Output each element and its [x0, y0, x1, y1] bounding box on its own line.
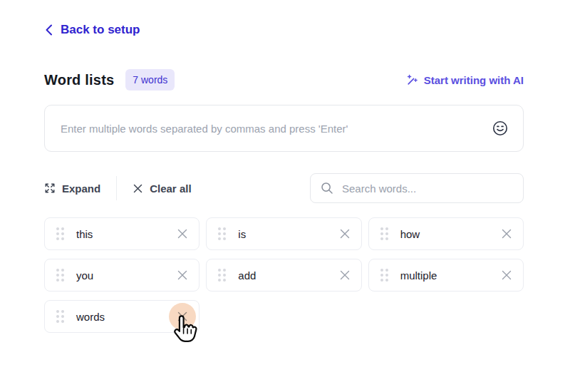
close-icon [338, 269, 351, 282]
remove-word-button[interactable] [170, 263, 195, 287]
smiley-icon [492, 120, 509, 137]
clear-all-label: Clear all [150, 182, 191, 195]
drag-handle-icon[interactable] [218, 227, 226, 240]
back-link-label: Back to setup [61, 23, 140, 37]
word-chip-label: how [400, 228, 420, 240]
word-chip[interactable]: you [44, 259, 200, 292]
close-icon [500, 227, 513, 240]
remove-word-button[interactable] [494, 222, 519, 246]
page-title: Word lists [44, 72, 114, 88]
drag-handle-icon[interactable] [380, 269, 388, 282]
remove-word-button[interactable] [170, 304, 195, 329]
word-chip-label: you [76, 269, 93, 282]
drag-handle-icon[interactable] [56, 310, 64, 323]
search-words-input[interactable] [310, 173, 524, 203]
remove-word-button[interactable] [494, 263, 519, 287]
expand-button[interactable]: Expand [44, 182, 100, 195]
close-icon [176, 269, 189, 282]
expand-arrows-icon [44, 182, 56, 194]
word-lists-page: Back to setup Word lists 7 words Start w… [0, 0, 570, 333]
word-chip-label: words [76, 311, 105, 323]
word-entry-container [44, 105, 524, 152]
drag-handle-icon[interactable] [218, 269, 226, 282]
close-icon [176, 310, 189, 323]
word-chip-label: is [238, 228, 246, 240]
word-chip[interactable]: words [44, 300, 200, 333]
ai-button-label: Start writing with AI [424, 74, 524, 86]
word-chip[interactable]: multiple [368, 259, 524, 292]
word-chip-label: add [238, 269, 256, 282]
emoji-picker-button[interactable] [491, 119, 509, 138]
drag-handle-icon[interactable] [56, 227, 64, 240]
back-to-setup-link[interactable]: Back to setup [44, 23, 140, 37]
remove-word-button[interactable] [170, 222, 195, 246]
header-row: Word lists 7 words Start writing with AI [44, 69, 524, 91]
word-chip[interactable]: how [368, 217, 524, 250]
start-writing-with-ai-button[interactable]: Start writing with AI [406, 74, 524, 86]
word-chip[interactable]: this [44, 217, 200, 250]
word-chip-grid: this [44, 217, 524, 333]
word-chip-label: this [76, 228, 93, 240]
word-chip-label: multiple [400, 269, 437, 282]
remove-word-button[interactable] [333, 263, 357, 287]
search-container [310, 173, 524, 203]
drag-handle-icon[interactable] [56, 269, 64, 282]
close-icon [338, 227, 351, 240]
search-icon [320, 181, 334, 195]
word-chip[interactable]: add [206, 259, 361, 292]
word-count-badge: 7 words [125, 69, 175, 91]
remove-word-button[interactable] [333, 222, 357, 246]
clear-all-button[interactable]: Clear all [133, 182, 191, 195]
chevron-left-icon [44, 24, 54, 36]
x-icon [133, 183, 143, 194]
toolbar-divider [116, 176, 117, 200]
close-icon [500, 269, 513, 282]
word-entry-input[interactable] [44, 105, 524, 152]
drag-handle-icon[interactable] [380, 227, 388, 240]
close-icon [176, 227, 189, 240]
word-list-toolbar: Expand Clear all [44, 173, 524, 203]
expand-label: Expand [62, 182, 100, 195]
wand-sparkles-icon [406, 74, 418, 86]
word-chip[interactable]: is [206, 217, 361, 250]
